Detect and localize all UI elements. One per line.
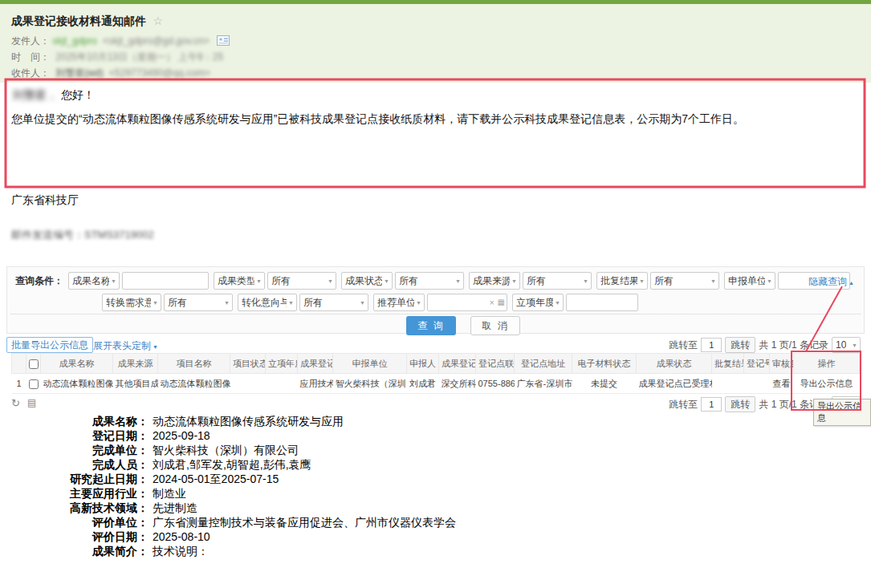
select-all-cell [26, 354, 41, 374]
detail-value: 技术说明： [153, 545, 209, 558]
cell-apply-unit-link[interactable]: 智火柴科技（深圳）有... [333, 374, 407, 394]
mail-body-text: 您单位提交的“动态流体颗粒图像传感系统研发与应用”已被科技成果登记点接收纸质材料… [11, 111, 859, 128]
recommend-unit-field-select[interactable]: 推荐单位▼ [373, 294, 425, 311]
goto-label: 跳转至 [669, 339, 698, 352]
transfer-demand-value-select[interactable]: 所有▼ [164, 294, 233, 311]
cancel-button[interactable]: 取 消 [470, 316, 520, 335]
cell-project-status [230, 374, 266, 394]
detail-value: 动态流体颗粒图像传感系统研发与应用 [153, 415, 344, 428]
approval-result-value-select[interactable]: 所有▼ [650, 272, 719, 290]
cell-reg-point: 深交所科技... [439, 374, 476, 394]
mail-signature: 广东省科技厅 [11, 193, 79, 208]
detail-row: 主要应用行业：制造业 [0, 486, 690, 501]
col-header-ematerial-status: 电子材料状态 [572, 354, 637, 374]
cell-reg-type: 应用技术 [298, 374, 333, 394]
select-value: 成果类型 [218, 274, 254, 288]
page-number-input[interactable] [701, 397, 722, 412]
mail-time-row: 时 间： 2025年10月13日（星期一） 上午9：25 [11, 51, 223, 65]
batch-export-button[interactable]: 批量导出公示信息 [6, 337, 93, 353]
goto-button[interactable]: 跳转 [725, 396, 755, 412]
transform-intent-field-select[interactable]: 转化意向与▼ [238, 294, 297, 311]
contact-card-icon[interactable] [217, 35, 230, 48]
select-value: 批复结果 [600, 274, 637, 288]
select-value: 成果状态 [345, 274, 382, 288]
clear-icon[interactable]: × [490, 297, 495, 308]
result-name-field-select[interactable]: 成果名称▼ [68, 272, 120, 290]
row-number-header [12, 354, 26, 374]
chevron-down-icon: ▼ [153, 344, 158, 350]
detail-label: 完成单位： [0, 443, 149, 457]
detail-row: 成果简介：技术说明： [0, 544, 690, 558]
refresh-icon[interactable]: ↻ [11, 397, 20, 409]
result-source-field-select[interactable]: 成果来源▼ [469, 272, 520, 290]
result-type-value-select[interactable]: 所有▼ [267, 272, 336, 290]
field-group-recommend-unit: 推荐单位▼ × ▦ [373, 294, 507, 311]
recommend-unit-input[interactable] [427, 294, 507, 311]
detail-row: 成果名称：动态流体颗粒图像传感系统研发与应用 [0, 414, 690, 428]
detail-row: 高新技术领域：先进制造 [0, 501, 690, 515]
result-status-field-select[interactable]: 成果状态▼ [341, 272, 393, 290]
mail-send-number: 邮件发送编号：STMS3719002 [11, 228, 154, 242]
detail-row: 完成人员：刘成君,邹军发,胡智超,彭伟,袁鹰 [0, 457, 690, 472]
table-row: 1 动态流体颗粒图像传感... 其他项目成果 动态流体颗粒图像传感... 应用技… [12, 374, 860, 394]
export-public-info-link[interactable]: 导出公示信息 [794, 374, 860, 394]
detail-label: 完成人员： [0, 457, 149, 472]
star-icon[interactable]: ☆ [153, 14, 163, 27]
cell-result-name-link[interactable]: 动态流体颗粒图像传感... [41, 374, 113, 394]
field-group-result-source: 成果来源▼ 所有▼ [469, 272, 592, 290]
page: 成果登记接收材料通知邮件 ☆ 发件人： skjt_gdpro <skjt_gdp… [0, 0, 871, 588]
mail-from-row: 发件人： skjt_gdpro <skjt_gdpro@gd.gov.cn> [11, 34, 230, 49]
page-number-input[interactable] [701, 338, 722, 352]
cell-ematerial-status: 未提交 [572, 374, 637, 394]
export-tooltip: 导出公示信息 [813, 399, 871, 426]
mail-to-row: 收件人： 刘警星(wd) <529773490@qq.com> [11, 67, 210, 81]
col-header-reg-contact: 登记点联系方式 [476, 354, 515, 374]
apply-unit-field-select[interactable]: 申报单位▼ [724, 272, 775, 290]
recipient-name: 刘警星(wd) [55, 67, 103, 79]
transfer-demand-field-select[interactable]: 转换需求意▼ [102, 294, 161, 311]
select-all-checkbox[interactable] [29, 359, 39, 369]
select-value: 立项年度 [516, 296, 553, 310]
chevron-down-icon: ▼ [111, 278, 116, 284]
greeting-text: 您好！ [61, 88, 95, 101]
chevron-down-icon: ▼ [455, 278, 461, 284]
chevron-down-icon: ▼ [288, 300, 294, 306]
search-button[interactable]: 查 询 [406, 316, 456, 335]
col-header-project-name: 项目名称 [158, 354, 230, 374]
chevron-down-icon: ▼ [360, 300, 365, 306]
result-type-field-select[interactable]: 成果类型▼ [214, 272, 265, 290]
view-review-link[interactable]: 查看 [770, 374, 794, 394]
results-table: 成果名称 成果来源 项目名称 项目状态 立项年度 成果登记类型 申报单位 申报人… [11, 353, 860, 394]
detail-row: 评价日期：2025-08-10 [0, 529, 690, 544]
result-name-input[interactable] [122, 272, 209, 290]
cell-reg-no [744, 374, 770, 394]
sender-name[interactable]: skjt_gdpro [52, 35, 96, 47]
row-checkbox[interactable] [29, 379, 39, 389]
field-group-project-year: 立项年度▼ [512, 294, 638, 311]
hide-query-link[interactable]: 隐藏查询▲ [808, 275, 854, 289]
header-customize-text: 展开表头定制 [93, 340, 151, 351]
page-size-select[interactable]: 10▼ [832, 337, 861, 353]
project-year-input[interactable] [566, 294, 638, 311]
result-source-value-select[interactable]: 所有▼ [523, 272, 592, 290]
result-status-value-select[interactable]: 所有▼ [395, 272, 464, 290]
approval-result-field-select[interactable]: 批复结果▼ [596, 272, 648, 290]
detail-row: 研究起止日期：2024-05-01至2025-07-15 [0, 472, 690, 486]
header-customize-link[interactable]: 展开表头定制▼ [93, 339, 158, 353]
time-value: 2025年10月13日（星期一） 上午9：25 [55, 51, 223, 63]
goto-button[interactable]: 跳转 [725, 337, 755, 353]
project-year-field-select[interactable]: 立项年度▼ [512, 294, 564, 311]
detail-row: 完成单位：智火柴科技（深圳）有限公司 [0, 443, 690, 457]
detail-label: 成果简介： [0, 544, 149, 558]
select-value: 所有 [654, 274, 674, 288]
transform-intent-value-select[interactable]: 所有▼ [299, 294, 368, 311]
export-grid-icon[interactable]: ▤ [27, 397, 36, 408]
field-group-result-name: 成果名称▼ [68, 272, 209, 290]
detail-label: 评价单位： [0, 515, 149, 529]
picker-icon[interactable]: ▦ [498, 297, 505, 308]
col-header-apply-unit: 申报单位 [333, 354, 407, 374]
cell-applicant-link[interactable]: 刘成君 [407, 374, 439, 394]
col-header-review: 审核意见 [770, 354, 794, 374]
recipient-address: <529773490@qq.com> [109, 67, 210, 79]
col-header-action: 操作 [794, 354, 860, 374]
